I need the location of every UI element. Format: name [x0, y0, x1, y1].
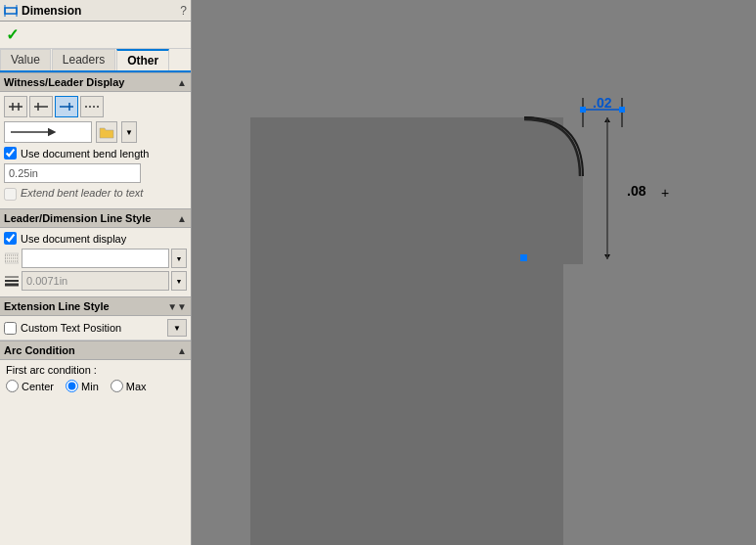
- witness-btn-4[interactable]: [80, 96, 104, 117]
- canvas-area: .02 .08 +: [192, 0, 756, 545]
- arc-radio-center[interactable]: Center: [6, 380, 54, 392]
- dashed-line-icon: [83, 98, 101, 115]
- folder-button[interactable]: [96, 121, 117, 143]
- dimension-drawing: .02 .08 +: [192, 0, 756, 545]
- cross-lines-icon: [7, 98, 24, 115]
- custom-text-dropdown-btn[interactable]: ▼: [167, 319, 187, 337]
- use-doc-display-checkbox[interactable]: [4, 232, 17, 245]
- use-document-bend-label: Use document bend length: [21, 148, 149, 159]
- extension-line-collapse-icon: ▼▼: [167, 301, 187, 312]
- extension-line-label: Extension Line Style: [4, 300, 110, 312]
- check-area: ✓: [0, 22, 191, 49]
- arc-center-label: Center: [22, 381, 54, 392]
- svg-rect-0: [5, 8, 17, 14]
- use-doc-display-row: Use document display: [4, 232, 187, 245]
- extend-bent-leader-row: Extend bent leader to text: [4, 187, 187, 201]
- window-title: Dimension: [22, 4, 81, 18]
- svg-text:+: +: [661, 185, 669, 201]
- tab-other[interactable]: Other: [116, 49, 169, 70]
- title-bar: Dimension ?: [0, 0, 191, 22]
- tab-leaders[interactable]: Leaders: [52, 49, 115, 70]
- confirm-checkmark[interactable]: ✓: [6, 26, 19, 43]
- custom-text-chevron: ▼: [173, 324, 181, 333]
- use-document-bend-checkbox[interactable]: [4, 147, 17, 159]
- arc-max-label: Max: [126, 381, 147, 392]
- witness-btn-1[interactable]: [4, 96, 27, 117]
- leader-dim-label: Leader/Dimension Line Style: [4, 212, 151, 224]
- arrow-select[interactable]: [4, 121, 92, 143]
- arc-condition-section-header[interactable]: Arc Condition ▲: [0, 341, 191, 360]
- svg-text:.02: .02: [593, 95, 612, 111]
- witness-btn-3[interactable]: [55, 96, 78, 117]
- partial-lines-icon: [32, 98, 50, 115]
- thickness-value: 0.0071in: [22, 275, 71, 287]
- use-doc-display-label: Use document display: [21, 233, 126, 245]
- leader-dim-section-header[interactable]: Leader/Dimension Line Style ▲: [0, 208, 191, 228]
- witness-btn-2[interactable]: [29, 96, 53, 117]
- arc-condition-collapse-icon: ▲: [177, 345, 187, 356]
- dimension-icon: [4, 4, 18, 18]
- witness-leader-label: Witness/Leader Display: [4, 76, 124, 88]
- extension-line-section-header[interactable]: Extension Line Style ▼▼: [0, 296, 191, 316]
- custom-text-label: Custom Text Position: [21, 322, 121, 334]
- thickness-icon-wrapper: [4, 274, 20, 288]
- thickness-dropdown[interactable]: ▼: [171, 271, 187, 291]
- thickness-select[interactable]: 0.0071in: [22, 271, 169, 291]
- svg-rect-35: [520, 254, 527, 261]
- arc-radio-min[interactable]: Min: [66, 380, 99, 392]
- custom-text-checkbox[interactable]: [4, 322, 17, 335]
- line-pattern-select[interactable]: [22, 249, 169, 268]
- tab-value[interactable]: Value: [0, 49, 51, 70]
- witness-leader-collapse-icon: ▲: [177, 77, 187, 88]
- line-thickness-row: 0.0071in ▼: [4, 271, 187, 291]
- custom-text-position-row: Custom Text Position ▼: [0, 316, 191, 341]
- extend-bent-leader-checkbox[interactable]: [4, 188, 17, 201]
- arc-first-condition-label: First arc condition :: [6, 364, 185, 376]
- left-panel: Dimension ? ✓ Value Leaders Other Witnes…: [0, 0, 192, 545]
- arrow-preview: [7, 124, 56, 140]
- line-pattern-dropdown[interactable]: ▼: [171, 249, 187, 268]
- arc-max-radio[interactable]: [111, 380, 123, 392]
- leader-dim-content: Use document display ▼: [0, 228, 191, 296]
- svg-text:.08: .08: [627, 183, 646, 199]
- single-line-icon: [58, 98, 75, 115]
- arc-min-radio[interactable]: [66, 380, 78, 392]
- use-document-bend-row: Use document bend length: [4, 147, 187, 159]
- arrow-row: ▼: [4, 121, 187, 143]
- arc-radio-row: Center Min Max: [6, 380, 185, 392]
- title-bar-left: Dimension: [4, 4, 81, 18]
- arrow-dropdown-button[interactable]: ▼: [121, 121, 137, 143]
- leader-dim-collapse-icon: ▲: [177, 213, 187, 224]
- line-pattern-icon: [4, 249, 20, 268]
- svg-rect-29: [619, 107, 625, 113]
- extend-bent-leader-label: Extend bent leader to text: [21, 187, 143, 199]
- bend-length-input[interactable]: [4, 163, 141, 183]
- arc-center-radio[interactable]: [6, 380, 19, 392]
- arc-radio-max[interactable]: Max: [111, 380, 147, 392]
- custom-text-label-wrap: Custom Text Position: [4, 322, 121, 335]
- witness-leader-content: ▼ Use document bend length Extend bent l…: [0, 92, 191, 208]
- arc-condition-label: Arc Condition: [4, 344, 75, 356]
- tabs-row: Value Leaders Other: [0, 49, 191, 72]
- svg-rect-28: [580, 107, 586, 113]
- witness-leader-section-header[interactable]: Witness/Leader Display ▲: [0, 72, 191, 92]
- dots-pattern-icon: [5, 251, 19, 265]
- folder-icon: [99, 125, 114, 139]
- thickness-lines-icon: [5, 274, 19, 288]
- help-button[interactable]: ?: [180, 4, 187, 18]
- arc-min-label: Min: [81, 381, 99, 392]
- line-pattern-row: ▼: [4, 249, 187, 268]
- dropdown-chevron: ▼: [125, 128, 133, 137]
- svg-rect-21: [250, 117, 524, 545]
- arc-condition-content: First arc condition : Center Min Max: [0, 360, 191, 396]
- witness-toolbar-row: [4, 96, 187, 117]
